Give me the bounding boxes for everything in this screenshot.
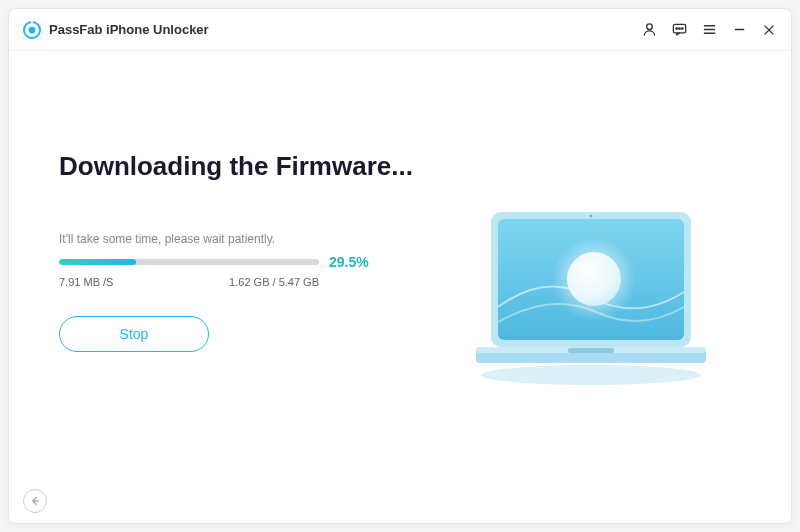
svg-point-6 <box>678 28 680 30</box>
svg-point-1 <box>29 26 36 33</box>
illustration-panel <box>441 111 741 483</box>
download-speed: 7.91 MB /S <box>59 276 113 288</box>
menu-icon[interactable] <box>701 22 717 38</box>
wait-message: It'll take some time, please wait patien… <box>59 232 441 246</box>
progress-row: 29.5% <box>59 254 441 270</box>
stop-button-label: Stop <box>120 326 149 342</box>
app-logo-icon <box>23 21 41 39</box>
svg-point-7 <box>681 28 683 30</box>
progress-fill <box>59 259 136 265</box>
titlebar-actions <box>641 22 777 38</box>
svg-point-3 <box>646 24 652 30</box>
svg-point-17 <box>590 215 593 218</box>
svg-rect-22 <box>568 348 614 353</box>
app-title: PassFab iPhone Unlocker <box>49 22 209 37</box>
account-icon[interactable] <box>641 22 657 38</box>
page-heading: Downloading the Firmware... <box>59 151 441 182</box>
progress-percent: 29.5% <box>329 254 369 270</box>
arrow-left-icon <box>29 495 41 507</box>
titlebar: PassFab iPhone Unlocker <box>9 9 791 51</box>
download-size: 1.62 GB / 5.47 GB <box>229 276 319 288</box>
svg-rect-2 <box>31 21 33 27</box>
close-icon[interactable] <box>761 22 777 38</box>
feedback-icon[interactable] <box>671 22 687 38</box>
download-panel: Downloading the Firmware... It'll take s… <box>59 111 441 483</box>
speed-size-row: 7.91 MB /S 1.62 GB / 5.47 GB <box>59 276 319 288</box>
svg-point-19 <box>567 252 621 306</box>
app-window: PassFab iPhone Unlocker <box>8 8 792 524</box>
back-button[interactable] <box>23 489 47 513</box>
svg-point-5 <box>675 28 677 30</box>
svg-point-14 <box>481 365 701 385</box>
minimize-icon[interactable] <box>731 22 747 38</box>
stop-button[interactable]: Stop <box>59 316 209 352</box>
progress-bar <box>59 259 319 265</box>
main-content: Downloading the Firmware... It'll take s… <box>9 51 791 523</box>
laptop-illustration <box>456 197 726 397</box>
